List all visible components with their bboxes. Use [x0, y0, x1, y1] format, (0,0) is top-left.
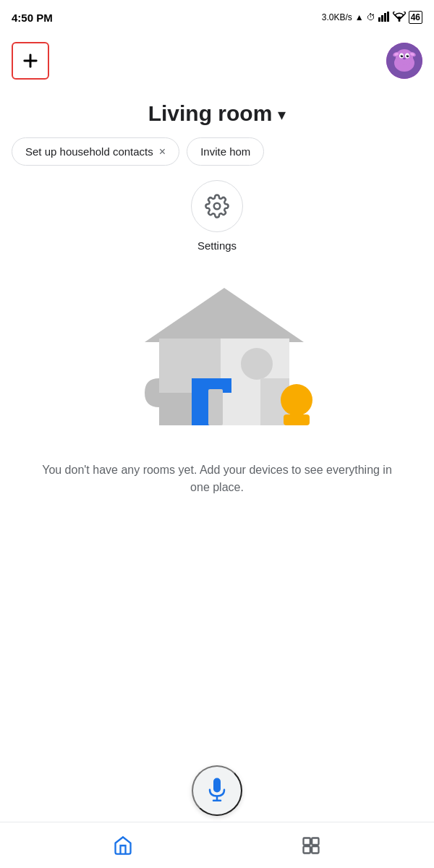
- svg-point-31: [281, 384, 312, 416]
- svg-marker-22: [145, 288, 304, 342]
- svg-rect-38: [312, 838, 318, 844]
- avatar[interactable]: [386, 43, 422, 79]
- svg-rect-28: [192, 407, 210, 425]
- home-icon: [113, 835, 133, 856]
- chip-close-1[interactable]: ×: [159, 146, 166, 158]
- svg-point-9: [396, 49, 413, 65]
- status-time: 4:50 PM: [12, 12, 53, 24]
- status-icons: 3.0KB/s ▲ ⏱ 46: [322, 11, 422, 24]
- status-bar: 4:50 PM 3.0KB/s ▲ ⏱ 46: [0, 0, 434, 35]
- empty-state-text: You don't have any rooms yet. Add your d…: [0, 461, 434, 496]
- svg-rect-32: [284, 414, 310, 425]
- mic-icon: [206, 778, 228, 804]
- svg-rect-37: [304, 838, 310, 844]
- house-illustration: [101, 266, 333, 440]
- household-contacts-chip[interactable]: Set up household contacts ×: [12, 137, 179, 166]
- invite-home-chip[interactable]: Invite hom: [187, 137, 264, 166]
- mic-area: [0, 754, 434, 822]
- title-area: Living room ▾: [0, 87, 434, 137]
- settings-area: Settings: [0, 180, 434, 252]
- svg-rect-3: [387, 12, 389, 22]
- alarm-icon: ⏱: [367, 12, 375, 22]
- svg-point-15: [407, 55, 408, 56]
- empty-message: You don't have any rooms yet. Add your d…: [42, 464, 392, 493]
- mic-button[interactable]: [192, 765, 242, 816]
- battery-icon: 46: [409, 11, 422, 24]
- gear-icon: [205, 194, 229, 218]
- svg-point-16: [403, 58, 406, 59]
- house-svg: [101, 266, 333, 440]
- svg-point-14: [401, 55, 402, 56]
- speed-indicator: 3.0KB/s: [322, 12, 352, 22]
- signal-icon-1: [378, 12, 390, 24]
- nav-home[interactable]: [95, 830, 150, 861]
- svg-rect-39: [304, 846, 310, 853]
- chips-row: Set up household contacts × Invite hom: [0, 137, 434, 166]
- svg-rect-40: [312, 846, 318, 853]
- dropdown-icon: ▾: [278, 106, 286, 124]
- svg-rect-1: [381, 15, 383, 22]
- svg-rect-33: [208, 389, 223, 425]
- nav-menu[interactable]: [284, 830, 339, 861]
- add-button[interactable]: [12, 42, 49, 80]
- bottom-area: [0, 754, 434, 868]
- room-title[interactable]: Living room ▾: [0, 101, 434, 126]
- svg-rect-34: [213, 778, 221, 793]
- svg-point-4: [398, 20, 400, 22]
- svg-point-25: [241, 348, 273, 380]
- app-bar: [0, 35, 434, 87]
- room-name: Living room: [148, 101, 273, 126]
- bluetooth-icon: ▲: [355, 12, 364, 22]
- svg-rect-29: [159, 393, 192, 425]
- bottom-nav: [0, 822, 434, 868]
- menu-icon: [301, 835, 321, 856]
- settings-label: Settings: [197, 239, 237, 252]
- wifi-icon: [393, 12, 406, 24]
- svg-rect-0: [378, 17, 380, 22]
- settings-button[interactable]: [191, 180, 243, 232]
- chip-label-1: Set up household contacts: [25, 145, 153, 158]
- chip-label-2: Invite hom: [200, 145, 250, 158]
- svg-rect-2: [384, 13, 386, 22]
